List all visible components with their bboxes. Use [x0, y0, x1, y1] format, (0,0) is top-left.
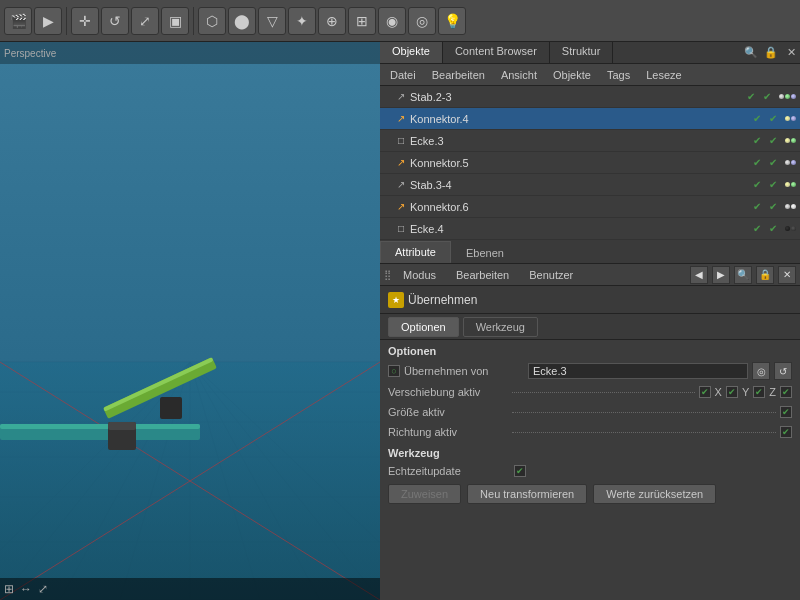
- attr-icon-search[interactable]: 🔍: [734, 266, 752, 284]
- toolbar-btn-scale[interactable]: ⤢: [131, 7, 159, 35]
- btn-zuweisen[interactable]: Zuweisen: [388, 484, 461, 504]
- obj-name-konnektor6: Konnektor.6: [410, 201, 751, 213]
- checkbox-uebernehmen[interactable]: ○: [388, 365, 400, 377]
- obj-row-ecke3[interactable]: □ Ecke.3 ✔ ✔: [380, 130, 800, 152]
- tab-objekte[interactable]: Objekte: [380, 42, 443, 63]
- tab-attribute[interactable]: Attribute: [380, 241, 451, 263]
- attr-menu-modus[interactable]: Modus: [395, 267, 444, 283]
- viewport-scene: [0, 42, 380, 600]
- label-echtzeitupdate: Echtzeitupdate: [388, 465, 508, 477]
- btn-uebernehmen-browse[interactable]: ◎: [752, 362, 770, 380]
- toolbar-btn-obj5[interactable]: ⊕: [318, 7, 346, 35]
- obj-icon-stab34: ↗: [394, 178, 408, 192]
- obj-icon-konnektor6: ↗: [394, 200, 408, 214]
- checkbox-y[interactable]: ✔: [753, 386, 765, 398]
- checkbox-groesse[interactable]: ✔: [780, 406, 792, 418]
- section-optionen-header: Optionen: [380, 340, 800, 360]
- menu-leseze[interactable]: Leseze: [640, 67, 687, 83]
- obj-check1-ecke4: ✔: [753, 223, 767, 234]
- obj-row-konnektor4[interactable]: ↗ Konnektor.4 ✔ ✔: [380, 108, 800, 130]
- toolbar-btn-select[interactable]: ▣: [161, 7, 189, 35]
- main-layout: Perspective ⊞ ↔ ⤢ Objekte Content Browse…: [0, 42, 800, 600]
- toolbar-separator-2: [193, 7, 194, 35]
- btn-uebernehmen-refresh[interactable]: ↺: [774, 362, 792, 380]
- icon-close-top[interactable]: ✕: [782, 44, 800, 62]
- toolbar-btn-play[interactable]: ▶: [34, 7, 62, 35]
- label-z: Z: [769, 386, 776, 398]
- obj-row-konnektor6[interactable]: ↗ Konnektor.6 ✔ ✔: [380, 196, 800, 218]
- attr-menu-benutzer[interactable]: Benutzer: [521, 267, 581, 283]
- viewport-icon-2[interactable]: ↔: [20, 582, 32, 596]
- obj-materials-ecke4: [785, 226, 796, 231]
- obj-name-ecke3: Ecke.3: [410, 135, 751, 147]
- input-uebernehmen-von[interactable]: [528, 363, 748, 379]
- checkbox-echtzeitupdate[interactable]: ✔: [514, 465, 526, 477]
- menu-datei[interactable]: Datei: [384, 67, 422, 83]
- obj-name-stab34: Stab.3-4: [410, 179, 751, 191]
- svg-rect-21: [0, 424, 200, 429]
- xyz-verschiebung: X ✔ Y ✔ Z ✔: [715, 386, 792, 398]
- menu-bearbeiten[interactable]: Bearbeiten: [426, 67, 491, 83]
- viewport-3d[interactable]: Perspective ⊞ ↔ ⤢: [0, 42, 380, 600]
- attr-icon-close[interactable]: ✕: [778, 266, 796, 284]
- mat-dot-i: [785, 204, 790, 209]
- field-echtzeitupdate: Echtzeitupdate ✔: [380, 462, 800, 480]
- toolbar-btn-film[interactable]: 🎬: [4, 7, 32, 35]
- field-uebernehmen-von: ○ Übernehmen von ◎ ↺: [380, 360, 800, 382]
- objects-list-scroll[interactable]: ↗ Stab.2-3 ✔ ✔ ↗ Konnektor.4 ✔ ✔: [380, 86, 800, 240]
- toolbar-btn-obj3[interactable]: ▽: [258, 7, 286, 35]
- obj-name-ecke4: Ecke.4: [410, 223, 751, 235]
- tab-content-browser[interactable]: Content Browser: [443, 42, 550, 63]
- checkbox-richtung[interactable]: ✔: [780, 426, 792, 438]
- right-panel: Objekte Content Browser Struktur 🔍 🔒 ✕ D…: [380, 42, 800, 600]
- sub-tab-werkzeug[interactable]: Werkzeug: [463, 317, 538, 337]
- checkbox-x[interactable]: ✔: [726, 386, 738, 398]
- viewport-icon-1[interactable]: ⊞: [4, 582, 14, 596]
- attr-content: Optionen ○ Übernehmen von ◎ ↺ Verschiebu…: [380, 340, 800, 600]
- main-toolbar: 🎬 ▶ ✛ ↺ ⤢ ▣ ⬡ ⬤ ▽ ✦ ⊕ ⊞ ◉ ◎ 💡: [0, 0, 800, 42]
- toolbar-btn-obj4[interactable]: ✦: [288, 7, 316, 35]
- toolbar-btn-move[interactable]: ✛: [71, 7, 99, 35]
- viewport-icon-3[interactable]: ⤢: [38, 582, 48, 596]
- obj-check1-konnektor4: ✔: [753, 113, 767, 124]
- icon-lock[interactable]: 🔒: [762, 44, 780, 62]
- toolbar-btn-obj6[interactable]: ⊞: [348, 7, 376, 35]
- mat-dot-h: [791, 182, 796, 187]
- obj-row-stab23[interactable]: ↗ Stab.2-3 ✔ ✔: [380, 86, 800, 108]
- btn-neu-transformieren[interactable]: Neu transformieren: [467, 484, 587, 504]
- attr-menu-bearbeiten[interactable]: Bearbeiten: [448, 267, 517, 283]
- label-y: Y: [742, 386, 749, 398]
- obj-row-konnektor5[interactable]: ↗ Konnektor.5 ✔ ✔: [380, 152, 800, 174]
- toolbar-btn-rotate[interactable]: ↺: [101, 7, 129, 35]
- obj-icon-ecke3: □: [394, 134, 408, 148]
- attr-icon-lock[interactable]: 🔒: [756, 266, 774, 284]
- menu-objekte[interactable]: Objekte: [547, 67, 597, 83]
- toolbar-btn-obj1[interactable]: ⬡: [198, 7, 226, 35]
- toolbar-btn-obj8[interactable]: ◎: [408, 7, 436, 35]
- mat-dot-c: [785, 138, 790, 143]
- btn-werte-zuruecksetzen[interactable]: Werte zurücksetzen: [593, 484, 716, 504]
- action-buttons: Zuweisen Neu transformieren Werte zurück…: [380, 480, 800, 508]
- attr-icon-arrow-right[interactable]: ▶: [712, 266, 730, 284]
- menu-tags[interactable]: Tags: [601, 67, 636, 83]
- toolbar-btn-obj2[interactable]: ⬤: [228, 7, 256, 35]
- tab-struktur[interactable]: Struktur: [550, 42, 614, 63]
- obj-check2-konnektor5: ✔: [769, 157, 783, 168]
- mat-dot-f: [791, 160, 796, 165]
- obj-row-ecke4[interactable]: □ Ecke.4 ✔ ✔: [380, 218, 800, 240]
- mat-dot-k: [785, 226, 790, 231]
- mat-dot-3: [791, 94, 796, 99]
- obj-row-stab34[interactable]: ↗ Stab.3-4 ✔ ✔: [380, 174, 800, 196]
- toolbar-btn-obj7[interactable]: ◉: [378, 7, 406, 35]
- obj-name-konnektor5: Konnektor.5: [410, 157, 751, 169]
- obj-check1-stab34: ✔: [753, 179, 767, 190]
- tab-ebenen[interactable]: Ebenen: [451, 242, 519, 263]
- icon-search[interactable]: 🔍: [742, 44, 760, 62]
- checkbox-z[interactable]: ✔: [780, 386, 792, 398]
- mat-dot-a: [785, 116, 790, 121]
- sub-tab-optionen[interactable]: Optionen: [388, 317, 459, 337]
- attr-icon-arrow-left[interactable]: ◀: [690, 266, 708, 284]
- menu-ansicht[interactable]: Ansicht: [495, 67, 543, 83]
- checkbox-verschiebung[interactable]: ✔: [699, 386, 711, 398]
- toolbar-btn-light[interactable]: 💡: [438, 7, 466, 35]
